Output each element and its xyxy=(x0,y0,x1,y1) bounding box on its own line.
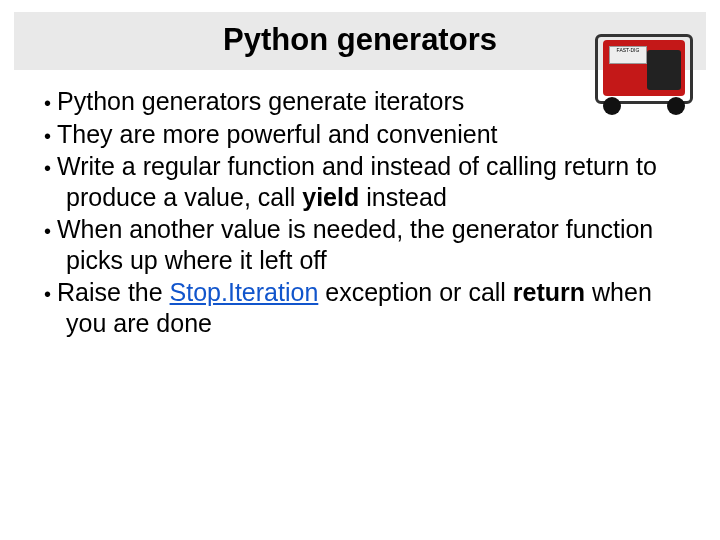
generator-image: FAST-DIG xyxy=(585,26,700,121)
list-item: Write a regular function and instead of … xyxy=(44,151,676,212)
slide: Python generators FAST-DIG Python genera… xyxy=(0,12,720,540)
list-item: When another value is needed, the genera… xyxy=(44,214,676,275)
bullet-list: Python generators generate iterators The… xyxy=(44,86,676,338)
stopiteration-link[interactable]: Stop.Iteration xyxy=(170,278,319,306)
list-item: Raise the Stop.Iteration exception or ca… xyxy=(44,277,676,338)
slide-title: Python generators xyxy=(223,22,497,58)
keyword-return: return xyxy=(513,278,585,306)
keyword-yield: yield xyxy=(302,183,359,211)
list-item: They are more powerful and convenient xyxy=(44,119,676,150)
generator-label: FAST-DIG xyxy=(609,46,647,64)
list-item: Python generators generate iterators xyxy=(44,86,676,117)
